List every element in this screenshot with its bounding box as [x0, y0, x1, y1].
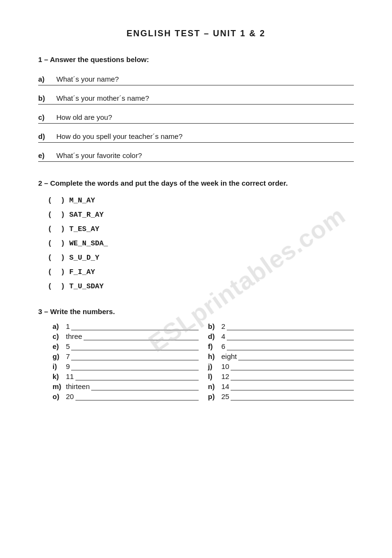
- num-item-o: o) 20: [53, 392, 199, 400]
- num-line-d: [227, 333, 354, 340]
- num-line-b: [227, 323, 354, 330]
- question-d-line: [38, 142, 354, 143]
- num-label-k: k): [53, 372, 64, 380]
- num-line-j: [231, 363, 354, 370]
- numbers-row-3: g) 7 h) eight: [53, 352, 354, 360]
- question-b-line: [38, 104, 354, 105]
- num-label-a: a): [53, 322, 64, 330]
- numbers-row-0: a) 1 b) 2: [53, 322, 354, 330]
- num-item-d: d) 4: [208, 332, 354, 340]
- num-line-p: [231, 393, 354, 400]
- num-label-i: i): [53, 362, 64, 370]
- num-line-f: [227, 343, 354, 350]
- day-item-3: ( ) WE_N_SDA_: [48, 237, 354, 251]
- day-item-4: ( ) S_U_D_Y: [48, 251, 354, 265]
- num-value-f: 6: [222, 342, 225, 350]
- question-c-line: [38, 123, 354, 124]
- numbers-row-1: c) three d) 4: [53, 332, 354, 340]
- section-3: 3 – Write the numbers. a) 1 b) 2 c) thre…: [38, 307, 354, 400]
- num-value-p: 25: [222, 392, 230, 400]
- num-item-i: i) 9: [53, 362, 199, 370]
- numbers-row-7: o) 20 p) 25: [53, 392, 354, 400]
- num-item-k: k) 11: [53, 372, 199, 380]
- num-label-c: c): [53, 332, 64, 340]
- num-item-g: g) 7: [53, 352, 199, 360]
- question-c-text: How old are you?: [56, 113, 112, 121]
- num-line-m: [91, 383, 198, 390]
- num-label-m: m): [53, 382, 64, 390]
- question-a: a) What´s your name?: [38, 70, 354, 89]
- question-e-text: What´s your favorite color?: [56, 151, 142, 159]
- numbers-row-2: e) 5 f) 6: [53, 342, 354, 350]
- num-item-n: n) 14: [208, 382, 354, 390]
- num-label-b: b): [208, 322, 220, 330]
- question-b: b) What´s your mother´s name?: [38, 89, 354, 108]
- question-d: d) How do you spell your teacher´s name?: [38, 127, 354, 147]
- num-line-e: [71, 343, 198, 350]
- num-value-i: 9: [66, 362, 70, 370]
- num-item-f: f) 6: [208, 342, 354, 350]
- day-item-6: ( ) T_U_SDAY: [48, 280, 354, 294]
- section-2: 2 – Complete the words and put the days …: [38, 179, 354, 294]
- num-label-d: d): [208, 332, 220, 340]
- num-line-c: [84, 333, 198, 340]
- question-e-line: [38, 161, 354, 162]
- num-label-l: l): [208, 372, 220, 380]
- day-item-0: ( ) M_N_AY: [48, 194, 354, 208]
- num-line-a: [71, 323, 198, 330]
- question-e: e) What´s your favorite color?: [38, 147, 354, 166]
- num-value-l: 12: [222, 372, 230, 380]
- num-value-h: eight: [222, 352, 237, 360]
- num-label-j: j): [208, 362, 220, 370]
- num-label-g: g): [53, 352, 64, 360]
- num-value-d: 4: [222, 332, 225, 340]
- question-b-text: What´s your mother´s name?: [56, 94, 149, 102]
- num-label-f: f): [208, 342, 220, 350]
- day-item-2: ( ) T_ES_AY: [48, 222, 354, 237]
- num-value-k: 11: [66, 372, 74, 380]
- num-item-p: p) 25: [208, 392, 354, 400]
- num-line-h: [238, 353, 354, 360]
- num-item-b: b) 2: [208, 322, 354, 330]
- num-value-a: 1: [66, 322, 70, 330]
- num-label-o: o): [53, 392, 64, 400]
- question-c-label: c): [38, 113, 52, 121]
- num-value-b: 2: [222, 322, 225, 330]
- question-e-label: e): [38, 151, 52, 159]
- day-item-1: ( ) SAT_R_AY: [48, 208, 354, 222]
- num-item-j: j) 10: [208, 362, 354, 370]
- num-item-h: h) eight: [208, 352, 354, 360]
- numbers-row-5: k) 11 l) 12: [53, 372, 354, 380]
- question-a-line: [38, 85, 354, 85]
- num-line-o: [75, 393, 199, 400]
- num-line-i: [71, 363, 198, 370]
- section-3-header: 3 – Write the numbers.: [38, 307, 354, 316]
- num-label-h: h): [208, 352, 220, 360]
- page-title: ENGLISH TEST – UNIT 1 & 2: [38, 29, 354, 39]
- numbers-row-4: i) 9 j) 10: [53, 362, 354, 370]
- num-label-n: n): [208, 382, 220, 390]
- question-c: c) How old are you?: [38, 108, 354, 127]
- num-line-k: [75, 373, 199, 380]
- question-a-text: What´s your name?: [56, 75, 119, 83]
- section-1-header: 1 – Answer the questions below:: [38, 55, 354, 63]
- num-value-c: three: [66, 332, 82, 340]
- num-line-n: [231, 383, 354, 390]
- num-item-c: c) three: [53, 332, 199, 340]
- day-item-5: ( ) F_I_AY: [48, 265, 354, 280]
- section-1: 1 – Answer the questions below: a) What´…: [38, 55, 354, 166]
- numbers-row-6: m) thirteen n) 14: [53, 382, 354, 390]
- num-line-g: [71, 353, 198, 360]
- question-b-label: b): [38, 94, 52, 102]
- num-item-l: l) 12: [208, 372, 354, 380]
- num-value-n: 14: [222, 382, 230, 390]
- num-value-o: 20: [66, 392, 74, 400]
- num-value-j: 10: [222, 362, 230, 370]
- num-item-a: a) 1: [53, 322, 199, 330]
- num-label-e: e): [53, 342, 64, 350]
- question-a-label: a): [38, 75, 52, 83]
- num-line-l: [231, 373, 354, 380]
- num-item-m: m) thirteen: [53, 382, 199, 390]
- question-d-label: d): [38, 132, 52, 140]
- num-value-m: thirteen: [66, 382, 90, 390]
